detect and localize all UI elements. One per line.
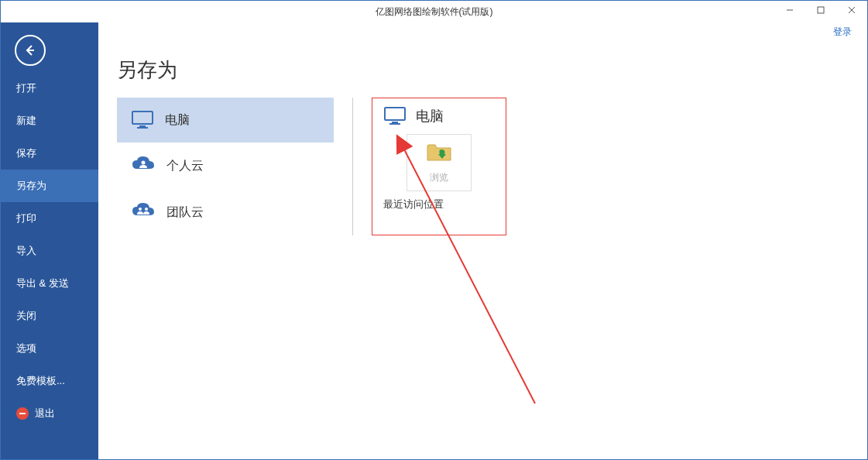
location-label: 团队云 bbox=[166, 204, 204, 221]
sidebar-item-label: 打开 bbox=[16, 81, 36, 95]
sidebar: 打开 新建 保存 另存为 打印 导入 导出 & 发送 关闭 选项 免费模板...… bbox=[1, 22, 98, 459]
location-label: 个人云 bbox=[166, 158, 204, 174]
svg-rect-11 bbox=[385, 108, 405, 120]
exit-icon bbox=[16, 407, 29, 420]
recent-locations-label: 最近访问位置 bbox=[383, 197, 495, 211]
svg-rect-12 bbox=[392, 122, 398, 123]
svg-rect-5 bbox=[132, 112, 153, 124]
titlebar: 亿图网络图绘制软件(试用版) bbox=[1, 1, 867, 22]
cloud-user-icon bbox=[131, 155, 156, 177]
location-computer[interactable]: 电脑 bbox=[117, 98, 334, 142]
sidebar-item-exit[interactable]: 退出 bbox=[1, 397, 98, 430]
page-title: 另存为 bbox=[117, 57, 849, 84]
minimize-button[interactable] bbox=[774, 1, 805, 19]
svg-rect-6 bbox=[139, 125, 146, 127]
sidebar-item-import[interactable]: 导入 bbox=[1, 235, 98, 267]
location-personal-cloud[interactable]: 个人云 bbox=[117, 142, 334, 189]
sidebar-item-label: 退出 bbox=[35, 407, 55, 421]
maximize-button[interactable] bbox=[805, 1, 836, 19]
sidebar-item-saveas[interactable]: 另存为 bbox=[1, 170, 98, 202]
sidebar-item-export[interactable]: 导出 & 发送 bbox=[1, 267, 98, 300]
sidebar-item-label: 选项 bbox=[16, 342, 36, 355]
login-link[interactable]: 登录 bbox=[833, 26, 852, 39]
location-list: 电脑 个人云 团队云 bbox=[117, 98, 334, 235]
sidebar-item-close[interactable]: 关闭 bbox=[1, 300, 98, 332]
sidebar-item-label: 打印 bbox=[16, 211, 36, 225]
svg-point-10 bbox=[145, 208, 148, 211]
monitor-icon bbox=[383, 106, 407, 126]
sidebar-item-label: 免费模板... bbox=[16, 374, 65, 388]
svg-rect-13 bbox=[389, 123, 400, 125]
folder-icon bbox=[426, 142, 452, 166]
svg-rect-1 bbox=[818, 7, 824, 13]
sidebar-item-label: 另存为 bbox=[16, 179, 46, 193]
sidebar-item-label: 关闭 bbox=[16, 309, 36, 323]
sidebar-item-templates[interactable]: 免费模板... bbox=[1, 365, 98, 397]
browse-button[interactable]: 浏览 bbox=[407, 134, 472, 191]
svg-point-9 bbox=[139, 208, 142, 211]
sidebar-item-label: 保存 bbox=[16, 146, 36, 160]
vertical-divider bbox=[352, 98, 353, 235]
detail-panel: 电脑 浏览 最近访问位置 bbox=[372, 98, 506, 235]
svg-rect-7 bbox=[137, 127, 148, 129]
svg-point-8 bbox=[142, 161, 146, 165]
browse-label: 浏览 bbox=[430, 171, 448, 184]
sidebar-item-print[interactable]: 打印 bbox=[1, 202, 98, 235]
detail-title: 电脑 bbox=[416, 107, 444, 125]
cloud-team-icon bbox=[131, 201, 156, 223]
close-button[interactable] bbox=[836, 1, 867, 19]
sidebar-item-options[interactable]: 选项 bbox=[1, 332, 98, 365]
window-title: 亿图网络图绘制软件(试用版) bbox=[376, 5, 493, 19]
monitor-icon bbox=[131, 110, 154, 130]
sidebar-item-label: 导入 bbox=[16, 244, 36, 258]
arrow-left-icon bbox=[23, 43, 37, 57]
sidebar-item-label: 导出 & 发送 bbox=[16, 276, 69, 290]
sidebar-item-new[interactable]: 新建 bbox=[1, 105, 98, 137]
back-button[interactable] bbox=[15, 35, 46, 66]
location-label: 电脑 bbox=[165, 112, 190, 129]
location-team-cloud[interactable]: 团队云 bbox=[117, 189, 334, 235]
sidebar-item-save[interactable]: 保存 bbox=[1, 137, 98, 170]
sidebar-item-open[interactable]: 打开 bbox=[1, 72, 98, 105]
sidebar-item-label: 新建 bbox=[16, 114, 36, 128]
